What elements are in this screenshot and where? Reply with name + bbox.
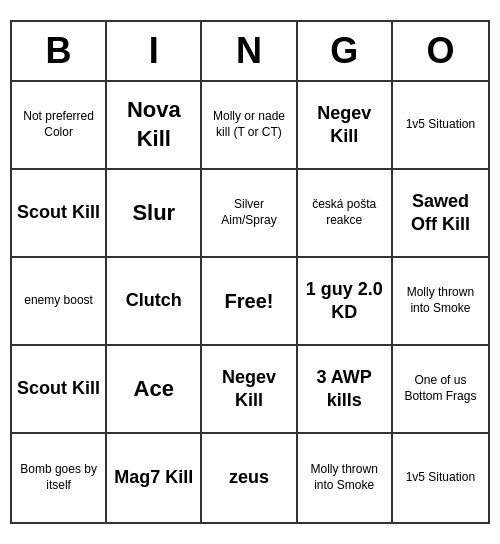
bingo-cell[interactable]: enemy boost xyxy=(12,258,107,346)
bingo-cell[interactable]: Clutch xyxy=(107,258,202,346)
bingo-cell[interactable]: Silver Aim/Spray xyxy=(202,170,297,258)
bingo-header: BINGO xyxy=(12,22,488,82)
bingo-cell[interactable]: Molly thrown into Smoke xyxy=(298,434,393,522)
bingo-card: BINGO Not preferred ColorNova KillMolly … xyxy=(10,20,490,524)
bingo-cell[interactable]: 1v5 Situation xyxy=(393,434,488,522)
header-letter: G xyxy=(298,22,393,80)
bingo-cell[interactable]: Molly thrown into Smoke xyxy=(393,258,488,346)
bingo-cell[interactable]: Negev Kill xyxy=(202,346,297,434)
bingo-cell[interactable]: Ace xyxy=(107,346,202,434)
bingo-cell[interactable]: zeus xyxy=(202,434,297,522)
bingo-cell[interactable]: Sawed Off Kill xyxy=(393,170,488,258)
bingo-cell[interactable]: Molly or nade kill (T or CT) xyxy=(202,82,297,170)
header-letter: O xyxy=(393,22,488,80)
bingo-cell[interactable]: 1v5 Situation xyxy=(393,82,488,170)
bingo-cell[interactable]: 1 guy 2.0 KD xyxy=(298,258,393,346)
bingo-cell[interactable]: Negev Kill xyxy=(298,82,393,170)
bingo-cell[interactable]: Not preferred Color xyxy=(12,82,107,170)
bingo-cell[interactable]: Free! xyxy=(202,258,297,346)
header-letter: I xyxy=(107,22,202,80)
header-letter: N xyxy=(202,22,297,80)
bingo-cell[interactable]: Mag7 Kill xyxy=(107,434,202,522)
bingo-cell[interactable]: Scout Kill xyxy=(12,346,107,434)
bingo-cell[interactable]: 3 AWP kills xyxy=(298,346,393,434)
bingo-cell[interactable]: česká pošta reakce xyxy=(298,170,393,258)
header-letter: B xyxy=(12,22,107,80)
bingo-cell[interactable]: Nova Kill xyxy=(107,82,202,170)
bingo-cell[interactable]: Slur xyxy=(107,170,202,258)
bingo-cell[interactable]: Scout Kill xyxy=(12,170,107,258)
bingo-cell[interactable]: Bomb goes by itself xyxy=(12,434,107,522)
bingo-grid: Not preferred ColorNova KillMolly or nad… xyxy=(12,82,488,522)
bingo-cell[interactable]: One of us Bottom Frags xyxy=(393,346,488,434)
